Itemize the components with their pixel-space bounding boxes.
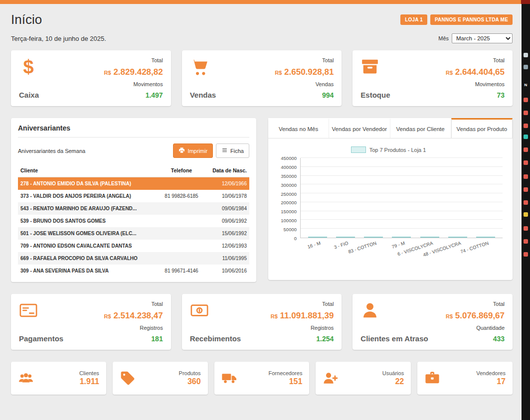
birthday-phone-cell: 81 99671-4146 xyxy=(159,265,203,277)
month-select[interactable]: March - 2025 xyxy=(452,33,513,43)
edge-fragment: N xyxy=(524,83,528,87)
ficha-button[interactable]: Ficha xyxy=(216,143,249,158)
card-icon xyxy=(19,301,63,320)
top-bar-end-fragment xyxy=(521,0,530,4)
stat-card-recebimentos[interactable]: RecebimentosTotalR$ 11.091.881,39Registr… xyxy=(182,294,342,350)
tab-vendas-por-cliente[interactable]: Vendas por Cliente xyxy=(390,118,451,138)
count-value: 1.497 xyxy=(146,91,163,99)
birthday-row[interactable]: 669 - RAFAELA PROCOPIO DA SILVA CARVALHO… xyxy=(18,252,249,265)
total-value: R$ 2.650.928,81 xyxy=(275,67,334,77)
bar-slot xyxy=(308,237,327,238)
y-tick-label: 350000 xyxy=(281,173,297,178)
mini-card-clientes[interactable]: Clientes1.911 xyxy=(11,362,106,395)
birthday-row[interactable]: 543 - RENATO MARINHO DE ARAUJO (FAZEND..… xyxy=(18,202,249,215)
stat-card-values: TotalR$ 2.644.404,65Movimentos73 xyxy=(446,57,505,99)
mini-card-vendedores[interactable]: Vendedores17 xyxy=(417,362,513,395)
mini-card-label: Vendedores xyxy=(476,370,506,376)
chart-area: 0500001000001500002000002500003000003500… xyxy=(274,158,503,238)
stat-card-pagamentos[interactable]: PagamentosTotalR$ 2.514.238,47Registros1… xyxy=(11,294,171,350)
count-label: Movimentos xyxy=(133,81,163,87)
edge-fragment xyxy=(524,174,528,179)
stat-card-values: TotalR$ 5.076.869,67Quantidade433 xyxy=(446,301,505,343)
birthdays-table: Cliente Telefone Data de Nasc. 278 - ANT… xyxy=(18,164,249,277)
print-button[interactable]: Imprimir xyxy=(173,143,213,158)
company-badge[interactable]: PANNOS E PANNOS LTDA ME xyxy=(430,14,513,25)
count-value: 73 xyxy=(497,91,505,99)
chart-bar-83-cotton[interactable] xyxy=(364,237,383,238)
stat-card-caixa[interactable]: $CaixaTotalR$ 2.829.428,82Movimentos1.49… xyxy=(11,50,171,106)
birthday-client-cell: 669 - RAFAELA PROCOPIO DA SILVA CARVALHO xyxy=(18,252,159,265)
birthday-phone-cell: 81 99828-6185 xyxy=(159,190,203,202)
person-icon xyxy=(360,301,428,320)
chart-bar-16-m[interactable] xyxy=(308,237,327,238)
y-tick-label: 0 xyxy=(294,236,297,241)
month-filter: Mês March - 2025 xyxy=(438,33,513,43)
stat-card-vendas[interactable]: VendasTotalR$ 2.650.928,81Vendas994 xyxy=(182,50,342,106)
stat-card-left: Estoque xyxy=(360,57,390,99)
list-icon xyxy=(221,147,228,154)
edge-fragment xyxy=(524,147,528,152)
bar-slot xyxy=(336,237,355,238)
chart-bar-6-viscolycra[interactable] xyxy=(420,237,439,238)
birthday-phone-cell xyxy=(159,227,203,240)
edge-fragment xyxy=(524,212,528,217)
birthday-row[interactable]: 501 - JOSE WELISSON GOMES OLIVEIRA (ELC.… xyxy=(18,227,249,240)
page-title: Início xyxy=(11,12,42,27)
chart-bar-79-m[interactable] xyxy=(392,237,411,238)
chart-bar-74-cotton[interactable] xyxy=(476,237,495,238)
chart-plot xyxy=(300,158,503,238)
store-badge[interactable]: LOJA 1 xyxy=(400,14,427,25)
banknote-icon xyxy=(190,301,241,320)
mini-card-values: Produtos360 xyxy=(179,370,201,386)
printer-icon xyxy=(178,147,185,154)
svg-text:$: $ xyxy=(23,57,33,76)
mini-card-value: 17 xyxy=(476,377,506,386)
archive-icon xyxy=(360,57,390,76)
stat-card-estoque[interactable]: EstoqueTotalR$ 2.644.404,65Movimentos73 xyxy=(353,50,513,106)
birthday-phone-cell xyxy=(159,240,203,252)
chart-bar-48-viscolycra[interactable] xyxy=(448,237,467,238)
birthday-date-cell: 09/06/1984 xyxy=(204,202,249,215)
month-label: Mês xyxy=(438,35,449,41)
column-telefone: Telefone xyxy=(159,164,203,177)
birthday-row[interactable]: 539 - BRUNO DOS SANTOS GOMES09/06/1992 xyxy=(18,215,249,227)
tab-vendas-por-produto[interactable]: Vendas por Produto xyxy=(451,118,513,138)
mini-card-produtos[interactable]: Produtos360 xyxy=(113,362,208,395)
stat-card-title: Recebimentos xyxy=(190,334,241,343)
mini-cards-row: Clientes1.911Produtos360Fornecedores151U… xyxy=(11,362,513,395)
stat-card-left: $Caixa xyxy=(19,57,39,99)
current-date: Terça-feira, 10 de junho de 2025. xyxy=(11,35,106,42)
edge-fragment xyxy=(524,187,528,192)
stat-card-clientes-em-atraso[interactable]: Clientes em AtrasoTotalR$ 5.076.869,67Qu… xyxy=(353,294,513,350)
stat-card-title: Estoque xyxy=(360,91,390,99)
edge-fragment xyxy=(524,65,528,69)
mini-card-value: 151 xyxy=(269,377,303,386)
mini-card-usu-rios[interactable]: Usuários22 xyxy=(316,362,411,395)
chart-bar-3-fio[interactable] xyxy=(336,237,355,238)
tab-vendas-no-m-s[interactable]: Vendas no Mês xyxy=(268,118,329,138)
x-tick-label: 16 - M xyxy=(303,238,331,257)
birthdays-title: Aniversariantes xyxy=(18,124,249,138)
mini-card-fornecedores[interactable]: Fornecedores151 xyxy=(214,362,310,395)
tag-icon xyxy=(120,370,136,386)
people-icon xyxy=(18,370,34,386)
birthday-row[interactable]: 309 - ANA SEVERINA PAES DA SILVA81 99671… xyxy=(18,265,249,277)
birthday-client-cell: 501 - JOSE WELISSON GOMES OLIVEIRA (ELC.… xyxy=(18,227,159,240)
legend-label: Top 7 Produtos - Loja 1 xyxy=(369,147,426,153)
mini-card-values: Vendedores17 xyxy=(476,370,506,386)
birthday-row[interactable]: 278 - ANTONIO EMIDIO DA SILVA (PALESTINA… xyxy=(18,177,249,190)
column-nascimento: Data de Nasc. xyxy=(204,164,249,177)
birthday-row[interactable]: 709 - ANTONIO EDSON CAVALCANTE DANTAS12/… xyxy=(18,240,249,252)
briefcase-icon xyxy=(424,370,440,386)
dashboard-page: N Início LOJA 1 PANNOS E PANNOS LTDA ME … xyxy=(0,0,530,420)
stat-card-values: TotalR$ 2.829.428,82Movimentos1.497 xyxy=(104,57,163,99)
mini-card-label: Clientes xyxy=(79,370,99,376)
edge-fragment xyxy=(524,124,528,128)
sales-chart: Top 7 Produtos - Loja 1 0500001000001500… xyxy=(268,139,513,257)
panels-row: Aniversariantes Aniversariantes da Seman… xyxy=(11,118,513,282)
tab-vendas-por-vendedor[interactable]: Vendas por Vendedor xyxy=(329,118,390,138)
stat-card-values: TotalR$ 11.091.881,39Registros1.254 xyxy=(271,301,334,343)
edge-fragment xyxy=(524,239,528,244)
stat-card-left: Vendas xyxy=(190,57,216,99)
birthday-row[interactable]: 373 - VALDIR DOS ANJOS PEREIRA (ANGELA)8… xyxy=(18,190,249,202)
